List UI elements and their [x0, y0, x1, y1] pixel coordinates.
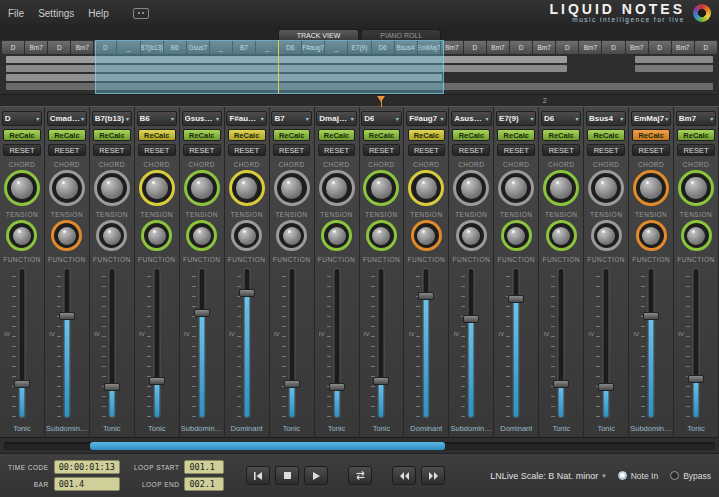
recalc-button[interactable]: ReCalc [408, 129, 446, 141]
tension-knob[interactable] [366, 220, 397, 251]
chord-select[interactable]: Gsusad... ▾ [182, 111, 222, 126]
loop-start-value[interactable]: 001.1 [184, 460, 224, 474]
recalc-button[interactable]: ReCalc [363, 129, 401, 141]
chord-select[interactable]: Bsus4 ▾ [586, 111, 626, 126]
note-in-radio[interactable]: Note In [618, 471, 658, 481]
function-slider-handle[interactable] [373, 377, 389, 385]
function-slider-handle[interactable] [149, 377, 165, 385]
function-slider[interactable]: IV [135, 265, 179, 421]
chord-knob[interactable] [633, 170, 669, 206]
chord-knob[interactable] [408, 170, 444, 206]
reset-button[interactable]: RESET [138, 144, 176, 156]
chord-select[interactable]: F#aug7... ▾ [226, 111, 266, 126]
function-slider[interactable]: IV [315, 265, 359, 421]
reset-button[interactable]: RESET [632, 144, 670, 156]
function-slider-handle[interactable] [329, 383, 345, 391]
recalc-button[interactable]: ReCalc [632, 129, 670, 141]
function-slider-handle[interactable] [194, 309, 210, 317]
scrollbar-thumb[interactable] [90, 442, 445, 450]
reset-button[interactable]: RESET [3, 144, 41, 156]
timeline-cell[interactable]: D [649, 41, 671, 54]
tension-knob[interactable] [456, 220, 487, 251]
function-slider[interactable]: IV [584, 265, 628, 421]
reset-button[interactable]: RESET [93, 144, 131, 156]
tension-knob[interactable] [411, 220, 442, 251]
recalc-button[interactable]: ReCalc [273, 129, 311, 141]
timeline-cell[interactable]: D [602, 41, 624, 54]
function-slider[interactable]: IV [45, 265, 89, 421]
function-slider-handle[interactable] [688, 375, 704, 383]
recalc-button[interactable]: ReCalc [452, 129, 490, 141]
tension-knob[interactable] [51, 220, 82, 251]
chord-select[interactable]: Asusad... ▾ [451, 111, 491, 126]
tension-knob[interactable] [681, 220, 712, 251]
playhead[interactable] [278, 40, 279, 94]
recalc-button[interactable]: ReCalc [93, 129, 131, 141]
chord-select[interactable]: D ▾ [2, 111, 42, 126]
skip-to-start-button[interactable] [246, 466, 270, 485]
function-slider[interactable]: IV [225, 265, 269, 421]
chord-select[interactable]: EmMaj7 ▾ [631, 111, 671, 126]
timeline-cell[interactable]: Bm7 [487, 41, 509, 54]
timeline-cell[interactable]: D [48, 41, 70, 54]
fast-forward-button[interactable] [421, 466, 445, 485]
chord-knob[interactable] [543, 170, 579, 206]
chord-knob[interactable] [49, 170, 85, 206]
function-slider[interactable]: IV [539, 265, 583, 421]
tension-knob[interactable] [591, 220, 622, 251]
chord-knob[interactable] [4, 170, 40, 206]
chord-knob[interactable] [678, 170, 714, 206]
chord-select[interactable]: Dmaj7(9) ▾ [316, 111, 356, 126]
function-slider[interactable]: IV [449, 265, 493, 421]
function-slider-handle[interactable] [463, 315, 479, 323]
reset-button[interactable]: RESET [497, 144, 535, 156]
tension-knob[interactable] [141, 220, 172, 251]
bar-ruler[interactable]: 2 [0, 95, 719, 107]
tension-knob[interactable] [6, 220, 37, 251]
menu-settings[interactable]: Settings [38, 8, 74, 19]
stop-button[interactable] [275, 466, 299, 485]
recalc-button[interactable]: ReCalc [587, 129, 625, 141]
tension-knob[interactable] [96, 220, 127, 251]
chord-knob[interactable] [229, 170, 265, 206]
edit-position-marker[interactable] [377, 96, 385, 102]
reset-button[interactable]: RESET [587, 144, 625, 156]
tension-knob[interactable] [321, 220, 352, 251]
tension-knob[interactable] [186, 220, 217, 251]
function-slider-handle[interactable] [104, 383, 120, 391]
function-slider-handle[interactable] [643, 312, 659, 320]
tension-knob[interactable] [501, 220, 532, 251]
recalc-button[interactable]: ReCalc [318, 129, 356, 141]
chord-knob[interactable] [94, 170, 130, 206]
function-slider[interactable]: IV [0, 265, 44, 421]
function-slider[interactable]: IV [360, 265, 404, 421]
function-slider[interactable]: IV [404, 265, 448, 421]
function-slider[interactable]: IV [180, 265, 224, 421]
scale-select[interactable]: LNLive Scale: B Nat. minor ▾ [490, 471, 606, 481]
chord-select[interactable]: F#aug7 ▾ [406, 111, 446, 126]
reset-button[interactable]: RESET [363, 144, 401, 156]
recalc-button[interactable]: ReCalc [228, 129, 266, 141]
tension-knob[interactable] [276, 220, 307, 251]
function-slider-handle[interactable] [284, 380, 300, 388]
panel-toggle-icon[interactable] [133, 8, 149, 19]
reset-button[interactable]: RESET [183, 144, 221, 156]
function-slider[interactable]: IV [629, 265, 673, 421]
chord-knob[interactable] [498, 170, 534, 206]
loop-button[interactable] [348, 466, 372, 485]
function-slider-handle[interactable] [239, 289, 255, 297]
timeline-cell[interactable]: D [464, 41, 486, 54]
function-slider[interactable]: IV [674, 265, 718, 421]
reset-button[interactable]: RESET [408, 144, 446, 156]
recalc-button[interactable]: ReCalc [497, 129, 535, 141]
chord-knob[interactable] [139, 170, 175, 206]
recalc-button[interactable]: ReCalc [677, 129, 715, 141]
recalc-button[interactable]: ReCalc [48, 129, 86, 141]
play-button[interactable] [304, 466, 328, 485]
function-slider[interactable]: IV [494, 265, 538, 421]
reset-button[interactable]: RESET [542, 144, 580, 156]
timeline-cell[interactable]: D [510, 41, 532, 54]
chord-select[interactable]: B7(b13) ▾ [92, 111, 132, 126]
function-slider-handle[interactable] [553, 380, 569, 388]
timeline-cell[interactable]: D [556, 41, 578, 54]
